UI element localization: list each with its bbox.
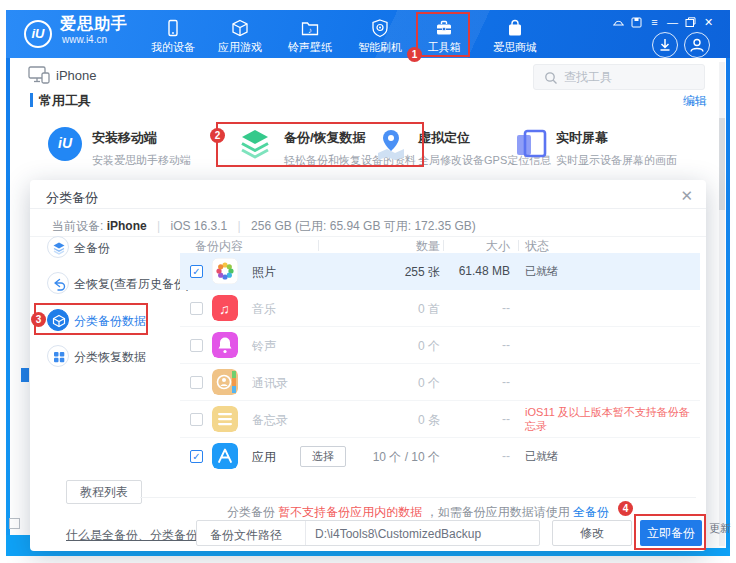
dialog-close-icon[interactable]: ✕ bbox=[680, 187, 693, 205]
download-center-button[interactable] bbox=[652, 32, 678, 58]
section-title: 常用工具 bbox=[39, 92, 91, 110]
row-size: -- bbox=[448, 301, 510, 315]
sidebar-item-full-backup[interactable]: 全备份 bbox=[30, 236, 180, 260]
app-root: iU 爱思助手 www.i4.cn 我的设备 应用游戏 ♪ 铃声壁纸 智能刷机 … bbox=[0, 0, 736, 563]
divider bbox=[30, 208, 706, 209]
section-marker-2 bbox=[21, 368, 29, 382]
sidebar-label: 全备份 bbox=[74, 240, 110, 257]
table-row-music[interactable]: ♫ 音乐 0 首 -- bbox=[180, 290, 700, 327]
save-disk-icon[interactable] bbox=[630, 16, 643, 29]
table-row-ringtones[interactable]: 铃声 0 个 -- bbox=[180, 327, 700, 364]
header: iU 爱思助手 www.i4.cn 我的设备 应用游戏 ♪ 铃声壁纸 智能刷机 … bbox=[6, 10, 730, 58]
logo-icon: iU bbox=[24, 20, 52, 48]
tutorial-list-button[interactable]: 教程列表 bbox=[66, 480, 142, 504]
tool-realtime-screen[interactable] bbox=[514, 127, 548, 165]
backup-path-field[interactable]: 备份文件路径 D:\i4Tools8\CustomizedBackup bbox=[196, 520, 540, 546]
tool-title[interactable]: 安装移动端 bbox=[92, 129, 157, 147]
backup-now-button[interactable]: 立即备份 bbox=[640, 520, 702, 546]
table-header: 备份内容 数量 大小 状态 bbox=[180, 238, 700, 253]
row-status-warning: iOS11 及以上版本暂不支持备份备忘录 bbox=[525, 405, 697, 433]
svg-text:♪: ♪ bbox=[308, 26, 312, 35]
row-count: 0 个 bbox=[330, 375, 440, 392]
maximize-icon[interactable] bbox=[684, 16, 697, 29]
tab-ringtone-wallpaper[interactable]: ♪ 铃声壁纸 bbox=[279, 12, 341, 56]
backup-help-link[interactable]: 什么是全备份、分类备份? bbox=[66, 527, 205, 544]
annotation-step-3: 3 bbox=[31, 312, 46, 327]
row-checkbox[interactable] bbox=[190, 302, 203, 315]
main-scrollbar-thumb[interactable] bbox=[719, 118, 725, 210]
modify-path-button[interactable]: 修改 bbox=[552, 520, 632, 546]
update-label[interactable]: 更新 bbox=[709, 521, 731, 536]
table-row-notes[interactable]: 备忘录 0 条 -- iOS11 及以上版本暂不支持备份备忘录 bbox=[180, 401, 700, 438]
table-row-apps[interactable]: ✓ 应用 选择 10 个 / 10 个 -- 已就绪 bbox=[180, 438, 700, 475]
section-marker bbox=[30, 93, 33, 107]
search-icon bbox=[544, 71, 558, 85]
annotation-step-2: 2 bbox=[210, 128, 225, 143]
tab-smart-flash[interactable]: 智能刷机 bbox=[349, 12, 411, 56]
tab-my-devices[interactable]: 我的设备 bbox=[142, 12, 204, 56]
tab-label: 铃声壁纸 bbox=[279, 40, 341, 55]
tool-search-box[interactable] bbox=[533, 64, 705, 90]
row-status: 已就绪 bbox=[525, 449, 697, 463]
background-checkbox[interactable] bbox=[9, 518, 20, 529]
shield-icon bbox=[370, 18, 390, 38]
photos-icon bbox=[212, 258, 238, 284]
tool-install-mobile[interactable]: iU bbox=[48, 127, 82, 161]
backup-note: 分类备份 暂不支持备份应用内的数据 ，如需备份应用数据请使用 全备份 bbox=[140, 504, 696, 521]
theme-hat-icon[interactable] bbox=[612, 16, 625, 29]
tab-app-games[interactable]: 应用游戏 bbox=[209, 12, 271, 56]
close-icon[interactable]: ✕ bbox=[702, 16, 715, 29]
row-checkbox-checked[interactable]: ✓ bbox=[190, 265, 203, 278]
full-backup-link[interactable]: 全备份 bbox=[573, 505, 609, 519]
note-warning: 暂不支持备份应用内的数据 bbox=[278, 505, 422, 519]
i4-mobile-icon: iU bbox=[48, 127, 82, 161]
device-info: 当前设备: iPhone | iOS 16.3.1 | 256 GB (已用: … bbox=[52, 218, 476, 235]
folder-music-icon: ♪ bbox=[300, 18, 320, 38]
sidebar-item-full-restore[interactable]: 全恢复(查看历史备份) bbox=[30, 272, 180, 296]
shopping-bag-icon bbox=[505, 18, 525, 38]
tab-toolbox[interactable]: 工具箱 bbox=[413, 12, 475, 56]
search-input[interactable] bbox=[564, 66, 699, 88]
table-row-contacts[interactable]: 通讯录 0 个 -- bbox=[180, 364, 700, 401]
backup-layers-icon bbox=[238, 127, 272, 161]
sidebar-item-category-restore[interactable]: 分类恢复数据 bbox=[30, 345, 180, 369]
tool-title[interactable]: 实时屏幕 bbox=[556, 129, 608, 147]
tool-title[interactable]: 备份/恢复数据 bbox=[284, 129, 366, 147]
category-backup-icon bbox=[47, 309, 69, 331]
tool-virtual-location[interactable] bbox=[374, 127, 408, 165]
row-checkbox[interactable] bbox=[190, 339, 203, 352]
row-checkbox[interactable] bbox=[190, 376, 203, 389]
row-count: 0 条 bbox=[330, 412, 440, 429]
phone-icon bbox=[163, 18, 183, 38]
sidebar-item-category-backup[interactable]: 分类备份数据 bbox=[30, 309, 180, 333]
row-checkbox[interactable] bbox=[190, 413, 203, 426]
location-pin-icon bbox=[374, 127, 408, 161]
row-count: 255 张 bbox=[330, 264, 440, 281]
minimize-icon[interactable]: — bbox=[666, 16, 679, 29]
tab-label: 我的设备 bbox=[142, 40, 204, 55]
tab-i4-mall[interactable]: 爱思商城 bbox=[484, 12, 546, 56]
row-size: -- bbox=[448, 338, 510, 352]
row-count: 0 首 bbox=[330, 301, 440, 318]
appstore-icon bbox=[212, 443, 238, 469]
tool-title[interactable]: 虚拟定位 bbox=[418, 129, 470, 147]
category-backup-dialog: 分类备份 ✕ 当前设备: iPhone | iOS 16.3.1 | 256 G… bbox=[30, 180, 706, 551]
connected-device-name: iPhone bbox=[56, 68, 96, 83]
window-border-left bbox=[6, 10, 10, 556]
sidebar-label: 全恢复(查看历史备份) bbox=[74, 276, 190, 293]
device-info-os: iOS 16.3.1 bbox=[171, 219, 228, 233]
row-checkbox-checked[interactable]: ✓ bbox=[190, 450, 203, 463]
contacts-icon bbox=[212, 369, 238, 395]
user-account-button[interactable] bbox=[684, 32, 710, 58]
screens-icon bbox=[514, 127, 548, 161]
row-name: 应用 bbox=[252, 449, 276, 466]
tool-backup-restore[interactable] bbox=[238, 127, 272, 165]
table-row-photos[interactable]: ✓ 照片 255 张 61.48 MB 已就绪 bbox=[180, 253, 700, 290]
note-prefix: 分类备份 bbox=[227, 505, 278, 519]
edit-link[interactable]: 编辑 bbox=[683, 93, 707, 110]
menu-icon[interactable]: ≡ bbox=[648, 16, 661, 29]
sidebar-label: 分类备份数据 bbox=[74, 313, 146, 330]
annotation-step-4: 4 bbox=[618, 501, 633, 516]
notes-icon bbox=[212, 406, 238, 432]
svg-text:♫: ♫ bbox=[219, 301, 230, 317]
